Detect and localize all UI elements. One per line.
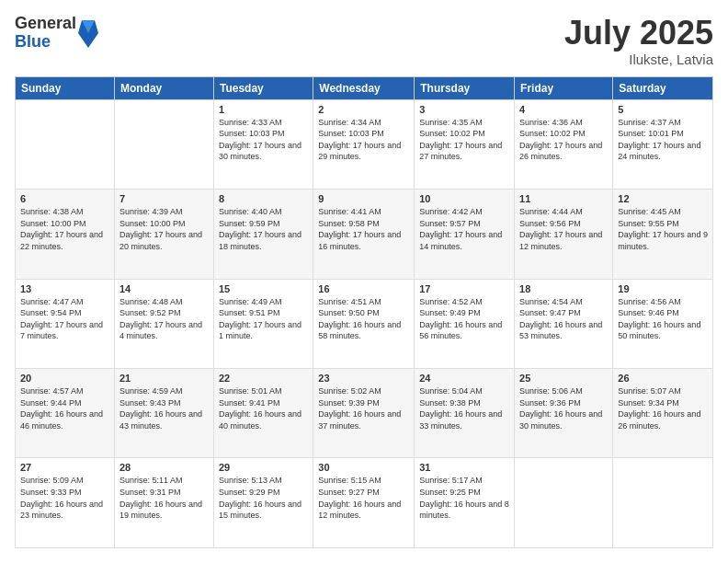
day-info: Sunrise: 4:36 AMSunset: 10:02 PMDaylight… xyxy=(519,117,608,163)
day-number: 8 xyxy=(219,193,308,204)
day-number: 14 xyxy=(119,283,209,294)
day-number: 25 xyxy=(519,373,608,384)
table-row: 17Sunrise: 4:52 AMSunset: 9:49 PMDayligh… xyxy=(415,279,515,368)
calendar-header-row: Sunday Monday Tuesday Wednesday Thursday… xyxy=(16,76,713,99)
day-number: 28 xyxy=(119,462,209,473)
calendar-week-row: 1Sunrise: 4:33 AMSunset: 10:03 PMDayligh… xyxy=(16,99,713,189)
day-info: Sunrise: 5:11 AMSunset: 9:31 PMDaylight:… xyxy=(119,475,209,521)
day-number: 30 xyxy=(318,462,409,473)
day-number: 4 xyxy=(519,104,608,115)
day-number: 31 xyxy=(419,462,509,473)
day-info: Sunrise: 5:15 AMSunset: 9:27 PMDaylight:… xyxy=(318,475,409,521)
table-row: 22Sunrise: 5:01 AMSunset: 9:41 PMDayligh… xyxy=(213,369,313,458)
table-row: 8Sunrise: 4:40 AMSunset: 9:59 PMDaylight… xyxy=(213,190,313,279)
day-number: 24 xyxy=(419,373,509,384)
day-info: Sunrise: 5:06 AMSunset: 9:36 PMDaylight:… xyxy=(519,385,608,431)
day-info: Sunrise: 5:17 AMSunset: 9:25 PMDaylight:… xyxy=(419,475,509,521)
calendar-table: Sunday Monday Tuesday Wednesday Thursday… xyxy=(15,76,713,548)
table-row: 2Sunrise: 4:34 AMSunset: 10:03 PMDayligh… xyxy=(313,99,415,189)
day-number: 2 xyxy=(318,104,409,115)
table-row: 25Sunrise: 5:06 AMSunset: 9:36 PMDayligh… xyxy=(515,369,613,458)
day-info: Sunrise: 4:49 AMSunset: 9:51 PMDaylight:… xyxy=(219,296,308,342)
header: General Blue July 2025 Ilukste, Latvia xyxy=(15,15,713,67)
day-info: Sunrise: 4:40 AMSunset: 9:59 PMDaylight:… xyxy=(219,206,308,252)
day-number: 7 xyxy=(119,193,209,204)
col-thursday: Thursday xyxy=(415,76,515,99)
day-number: 12 xyxy=(618,193,708,204)
table-row: 4Sunrise: 4:36 AMSunset: 10:02 PMDayligh… xyxy=(515,99,613,189)
table-row: 23Sunrise: 5:02 AMSunset: 9:39 PMDayligh… xyxy=(313,369,415,458)
logo-text: General Blue xyxy=(15,15,76,52)
day-info: Sunrise: 4:42 AMSunset: 9:57 PMDaylight:… xyxy=(419,206,509,252)
table-row: 27Sunrise: 5:09 AMSunset: 9:33 PMDayligh… xyxy=(16,458,115,548)
logo-general: General xyxy=(15,14,76,32)
day-info: Sunrise: 5:09 AMSunset: 9:33 PMDaylight:… xyxy=(20,475,109,521)
day-number: 22 xyxy=(219,373,308,384)
table-row: 5Sunrise: 4:37 AMSunset: 10:01 PMDayligh… xyxy=(613,99,713,189)
calendar-week-row: 27Sunrise: 5:09 AMSunset: 9:33 PMDayligh… xyxy=(16,458,713,548)
day-number: 20 xyxy=(20,373,109,384)
day-number: 13 xyxy=(20,283,109,294)
table-row: 16Sunrise: 4:51 AMSunset: 9:50 PMDayligh… xyxy=(313,279,415,368)
day-info: Sunrise: 4:54 AMSunset: 9:47 PMDaylight:… xyxy=(519,296,608,342)
col-tuesday: Tuesday xyxy=(213,76,313,99)
table-row xyxy=(613,458,713,548)
col-wednesday: Wednesday xyxy=(313,76,415,99)
day-info: Sunrise: 4:57 AMSunset: 9:44 PMDaylight:… xyxy=(20,385,109,431)
day-number: 5 xyxy=(618,104,708,115)
table-row: 20Sunrise: 4:57 AMSunset: 9:44 PMDayligh… xyxy=(16,369,115,458)
location: Ilukste, Latvia xyxy=(564,52,713,67)
table-row: 31Sunrise: 5:17 AMSunset: 9:25 PMDayligh… xyxy=(415,458,515,548)
day-info: Sunrise: 4:41 AMSunset: 9:58 PMDaylight:… xyxy=(318,206,409,252)
day-number: 19 xyxy=(618,283,708,294)
table-row: 9Sunrise: 4:41 AMSunset: 9:58 PMDaylight… xyxy=(313,190,415,279)
day-number: 6 xyxy=(20,193,109,204)
day-info: Sunrise: 4:48 AMSunset: 9:52 PMDaylight:… xyxy=(119,296,209,342)
day-info: Sunrise: 5:13 AMSunset: 9:29 PMDaylight:… xyxy=(219,475,308,521)
table-row: 29Sunrise: 5:13 AMSunset: 9:29 PMDayligh… xyxy=(213,458,313,548)
day-info: Sunrise: 4:38 AMSunset: 10:00 PMDaylight… xyxy=(20,206,109,252)
col-monday: Monday xyxy=(114,76,213,99)
day-number: 21 xyxy=(119,373,209,384)
day-number: 17 xyxy=(419,283,509,294)
day-info: Sunrise: 4:47 AMSunset: 9:54 PMDaylight:… xyxy=(20,296,109,342)
day-info: Sunrise: 4:35 AMSunset: 10:02 PMDaylight… xyxy=(419,117,509,163)
day-info: Sunrise: 4:51 AMSunset: 9:50 PMDaylight:… xyxy=(318,296,409,342)
day-info: Sunrise: 5:01 AMSunset: 9:41 PMDaylight:… xyxy=(219,385,308,431)
table-row: 21Sunrise: 4:59 AMSunset: 9:43 PMDayligh… xyxy=(114,369,213,458)
calendar-week-row: 13Sunrise: 4:47 AMSunset: 9:54 PMDayligh… xyxy=(16,279,713,368)
logo-icon xyxy=(78,20,95,46)
table-row: 28Sunrise: 5:11 AMSunset: 9:31 PMDayligh… xyxy=(114,458,213,548)
table-row: 24Sunrise: 5:04 AMSunset: 9:38 PMDayligh… xyxy=(415,369,515,458)
table-row: 3Sunrise: 4:35 AMSunset: 10:02 PMDayligh… xyxy=(415,99,515,189)
col-friday: Friday xyxy=(515,76,613,99)
day-info: Sunrise: 4:37 AMSunset: 10:01 PMDaylight… xyxy=(618,117,708,163)
calendar-week-row: 20Sunrise: 4:57 AMSunset: 9:44 PMDayligh… xyxy=(16,369,713,458)
table-row: 30Sunrise: 5:15 AMSunset: 9:27 PMDayligh… xyxy=(313,458,415,548)
day-number: 16 xyxy=(318,283,409,294)
col-saturday: Saturday xyxy=(613,76,713,99)
month-title: July 2025 xyxy=(564,15,713,52)
day-info: Sunrise: 5:02 AMSunset: 9:39 PMDaylight:… xyxy=(318,385,409,431)
day-number: 15 xyxy=(219,283,308,294)
table-row: 15Sunrise: 4:49 AMSunset: 9:51 PMDayligh… xyxy=(213,279,313,368)
title-block: July 2025 Ilukste, Latvia xyxy=(564,15,713,67)
day-info: Sunrise: 4:33 AMSunset: 10:03 PMDaylight… xyxy=(219,117,308,163)
col-sunday: Sunday xyxy=(16,76,115,99)
table-row xyxy=(515,458,613,548)
table-row: 19Sunrise: 4:56 AMSunset: 9:46 PMDayligh… xyxy=(613,279,713,368)
table-row xyxy=(16,99,115,189)
page: General Blue July 2025 Ilukste, Latvia S… xyxy=(0,0,728,563)
table-row: 1Sunrise: 4:33 AMSunset: 10:03 PMDayligh… xyxy=(213,99,313,189)
day-info: Sunrise: 4:34 AMSunset: 10:03 PMDaylight… xyxy=(318,117,409,163)
day-number: 18 xyxy=(519,283,608,294)
table-row: 12Sunrise: 4:45 AMSunset: 9:55 PMDayligh… xyxy=(613,190,713,279)
day-info: Sunrise: 4:44 AMSunset: 9:56 PMDaylight:… xyxy=(519,206,608,252)
logo: General Blue xyxy=(15,15,95,52)
day-number: 3 xyxy=(419,104,509,115)
table-row: 10Sunrise: 4:42 AMSunset: 9:57 PMDayligh… xyxy=(415,190,515,279)
day-number: 1 xyxy=(219,104,308,115)
day-info: Sunrise: 4:45 AMSunset: 9:55 PMDaylight:… xyxy=(618,206,708,252)
day-number: 27 xyxy=(20,462,109,473)
table-row: 6Sunrise: 4:38 AMSunset: 10:00 PMDayligh… xyxy=(16,190,115,279)
